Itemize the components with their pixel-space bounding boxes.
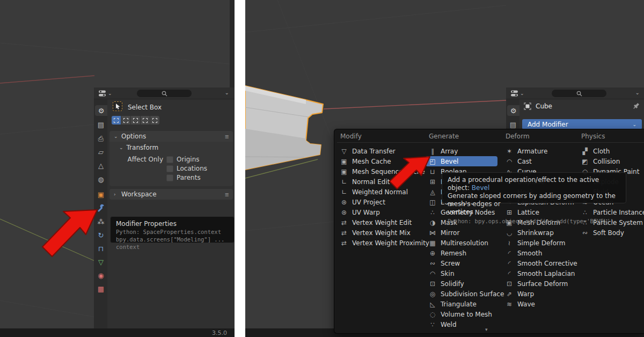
menu-item-label: Armature <box>517 148 547 155</box>
search-input[interactable] <box>552 90 606 97</box>
menu-item-label: Wave <box>517 301 535 308</box>
filter-dropdown-button[interactable]: ⌄ <box>225 90 229 96</box>
menu-item-armature[interactable]: ✶Armature <box>502 146 551 156</box>
collision-icon: ◩ <box>581 158 589 165</box>
skin-icon: ◠ <box>429 270 436 277</box>
select-mode-intersect-button[interactable] <box>150 116 159 124</box>
menu-item-mirror[interactable]: ⋈Mirror <box>426 228 463 238</box>
select-mode-invert-button[interactable] <box>141 116 150 124</box>
tab-constraints[interactable]: ⊓ <box>95 243 107 254</box>
tab-object[interactable]: ▣ <box>95 189 107 200</box>
menu-item-triangulate[interactable]: ◺Triangulate <box>426 299 480 309</box>
menu-item-wave[interactable]: ≋Wave <box>502 299 538 309</box>
affect-only-row: Parents <box>109 174 201 181</box>
mask-icon: ◑ <box>429 219 436 226</box>
transform-subpanel-header[interactable]: ⌄ Transform <box>119 144 158 151</box>
menu-scroll-down-indicator[interactable]: ▾ <box>485 327 488 332</box>
pin-icon[interactable] <box>632 102 640 110</box>
menu-item-label: Solidify <box>441 280 464 288</box>
menu-item-skin[interactable]: ◠Skin <box>426 268 458 279</box>
tab-modifiers[interactable] <box>95 202 107 213</box>
panel-options-icon[interactable]: ≣ <box>225 134 229 140</box>
panel-options-icon[interactable]: ≣ <box>225 192 229 197</box>
tab-material[interactable]: ◉ <box>95 270 107 281</box>
uv-project-icon: ⊛ <box>340 199 348 206</box>
menu-item-mesh-cache[interactable]: ▣Mesh Cache <box>337 156 394 166</box>
smooth-corrective-icon: ◜ <box>506 260 513 267</box>
menu-item-solidify[interactable]: ⊡Solidify <box>426 279 467 289</box>
active-tool-label: Select Box <box>128 104 162 111</box>
select-mode-subtract-button[interactable] <box>131 116 140 124</box>
menu-item-screw[interactable]: ∾Screw <box>426 258 463 268</box>
menu-item-smooth-laplacian[interactable]: ◜Smooth Laplacian <box>502 268 578 279</box>
menu-item-smooth-corrective[interactable]: ◜Smooth Corrective <box>502 258 581 268</box>
menu-item-normal-edit[interactable]: ∟Normal Edit <box>337 177 393 187</box>
menu-item-array[interactable]: ∥Array <box>426 146 461 156</box>
tab-view-layer[interactable]: ▱ <box>95 146 107 157</box>
menu-item-simple-deform[interactable]: ≀Simple Deform <box>502 238 568 248</box>
menu-item-soft-body[interactable]: ∾Soft Body <box>578 228 627 238</box>
menu-item-cast[interactable]: ◠Cast <box>502 156 535 166</box>
workspace-panel-header[interactable]: › Workspace ≣ <box>109 189 233 200</box>
blender-version: 3.5.0 <box>212 329 227 336</box>
menu-item-weighted-normal[interactable]: ∟Weighted Normal <box>337 187 411 197</box>
properties-tab-strip-left: ⚙▤⎙▱△◍▣⁂↻⊓▽◉▦ <box>94 99 107 328</box>
tab-texture[interactable]: ▦ <box>95 283 107 294</box>
menu-item-surface-deform[interactable]: ⊡Surface Deform <box>502 279 571 289</box>
tab-scene[interactable]: △ <box>95 160 107 171</box>
menu-item-uv-warp[interactable]: ⊛UV Warp <box>337 207 383 217</box>
array-icon: ∥ <box>429 148 436 155</box>
tab-render[interactable]: ▤ <box>95 119 107 130</box>
locations-checkbox[interactable] <box>166 165 173 172</box>
tool-panel-body: Select Box ⌄ Options ≣ ⌄ Transform Affec… <box>107 99 235 328</box>
menu-item-warp[interactable]: ⇗Warp <box>502 289 537 299</box>
tab-tool[interactable]: ⚙ <box>95 105 107 116</box>
menu-item-vertex-weight-edit[interactable]: ⇄Vertex Weight Edit <box>337 217 415 228</box>
tab-output[interactable]: ⎙ <box>95 133 107 144</box>
menu-item-bevel[interactable]: ◰Bevel <box>426 156 497 166</box>
menu-item-shrinkwrap[interactable]: ◡Shrinkwrap <box>502 228 557 238</box>
menu-item-vertex-weight-mix[interactable]: ⇄Vertex Weight Mix <box>337 228 414 238</box>
build-icon: ⊞ <box>429 178 436 186</box>
menu-item-multiresolution[interactable]: ▦Multiresolution <box>426 238 492 248</box>
menu-item-label: Array <box>441 148 458 155</box>
add-modifier-dropdown[interactable]: Add Modifier ⌄ <box>522 119 642 129</box>
tab-render[interactable]: ▤ <box>507 119 519 130</box>
menu-item-smooth[interactable]: ◜Smooth <box>502 248 545 258</box>
select-mode-extend-button[interactable] <box>121 116 130 124</box>
bevel-icon: ◰ <box>429 158 436 165</box>
transform-subpanel-title: Transform <box>127 144 159 151</box>
menu-item-uv-project[interactable]: ⊛UV Project <box>337 197 389 207</box>
origins-checkbox[interactable] <box>166 156 173 163</box>
search-input[interactable] <box>137 90 192 97</box>
menu-item-collision[interactable]: ◩Collision <box>578 156 623 166</box>
filter-dropdown-button[interactable]: ⌄ <box>635 90 640 96</box>
select-mode-set-button[interactable] <box>112 116 121 124</box>
menu-item-weld[interactable]: ∵Weld <box>426 319 460 329</box>
simple-deform-icon: ≀ <box>506 239 513 247</box>
parents-checkbox[interactable] <box>166 174 173 181</box>
menu-item-label: Vertex Weight Edit <box>352 219 412 226</box>
chevron-down-icon: ⌄ <box>108 91 112 96</box>
menu-item-cloth[interactable]: ▞Cloth <box>578 146 613 156</box>
blender-tutorial-composite: ⌄ ⌄ ⚙▤⎙▱△◍▣⁂↻⊓▽◉▦ Select Box <box>0 0 644 337</box>
menu-item-label: Bevel <box>441 158 458 165</box>
tab-tool[interactable]: ⚙ <box>507 105 519 116</box>
active-tool-icon[interactable] <box>113 101 122 111</box>
tab-world[interactable]: ◍ <box>95 174 107 185</box>
menu-item-subdivision-surface[interactable]: ◎Subdivision Surface <box>426 289 507 299</box>
tab-particles[interactable]: ⁂ <box>95 216 107 227</box>
tab-physics[interactable]: ↻ <box>95 230 107 240</box>
editor-type-button[interactable]: ⌄ <box>509 89 525 98</box>
editor-type-button[interactable]: ⌄ <box>97 89 113 98</box>
menu-item-remesh[interactable]: ⊕Remesh <box>426 248 470 258</box>
menu-item-volume-to-mesh[interactable]: ◌Volume to Mesh <box>426 309 495 319</box>
affect-only-label: Affect Only <box>109 156 163 163</box>
menu-item-mesh-sequence-cache[interactable]: ▣Mesh Sequence Cache <box>337 166 428 177</box>
menu-item-data-transfer[interactable]: ▽Data Transfer <box>337 146 399 156</box>
menu-item-label: Smooth Corrective <box>517 260 577 267</box>
options-panel-header[interactable]: ⌄ Options ≣ <box>109 131 233 142</box>
menu-item-vertex-weight-proximity[interactable]: ⇄Vertex Weight Proximity <box>337 238 433 248</box>
menu-item-label: UV Warp <box>352 209 380 216</box>
tab-object-data[interactable]: ▽ <box>95 257 107 267</box>
